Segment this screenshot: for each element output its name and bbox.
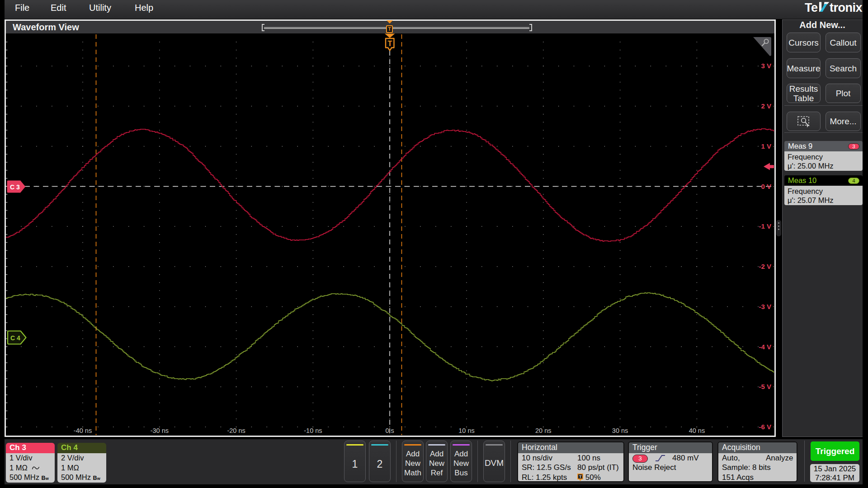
- svg-text:-2 V: -2 V: [759, 263, 771, 270]
- svg-text:-6 V: -6 V: [759, 423, 771, 431]
- svg-text:C 3: C 3: [10, 183, 20, 191]
- svg-text:-1 V: -1 V: [759, 222, 771, 230]
- svg-text:-30 ns: -30 ns: [151, 427, 169, 434]
- svg-text:40 ns: 40 ns: [689, 427, 705, 434]
- svg-text:-5 V: -5 V: [759, 383, 771, 390]
- svg-text:2 V: 2 V: [761, 102, 771, 110]
- svg-text:-40 ns: -40 ns: [74, 427, 92, 434]
- svg-text:-10 ns: -10 ns: [304, 427, 322, 434]
- svg-text:1 V: 1 V: [761, 142, 771, 150]
- svg-text:0 V: 0 V: [761, 183, 771, 190]
- svg-text:-20 ns: -20 ns: [227, 427, 245, 434]
- svg-text:Te: Te: [805, 1, 818, 14]
- svg-text:C 4: C 4: [10, 334, 20, 342]
- svg-text:T: T: [388, 40, 392, 47]
- svg-text:20 ns: 20 ns: [535, 427, 551, 434]
- svg-text:tronix: tronix: [830, 1, 862, 14]
- svg-text:-4 V: -4 V: [759, 343, 771, 351]
- svg-text:0 s: 0 s: [386, 427, 394, 434]
- svg-text:30 ns: 30 ns: [612, 427, 628, 434]
- svg-text:T: T: [579, 474, 582, 479]
- svg-text:3 V: 3 V: [761, 62, 771, 70]
- svg-text:-3 V: -3 V: [759, 303, 771, 310]
- svg-text:10 ns: 10 ns: [458, 427, 474, 434]
